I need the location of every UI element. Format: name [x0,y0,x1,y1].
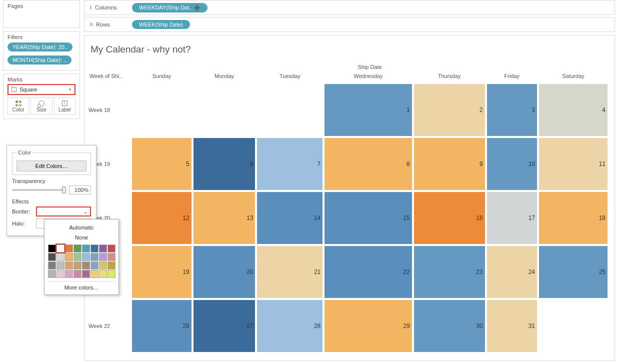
marks-size-button[interactable]: Size [30,98,52,114]
label-icon: T [62,100,68,106]
calendar-cell[interactable]: 15 [324,191,412,245]
chevron-down-icon: ⌄ [84,209,88,214]
color-swatch[interactable] [108,270,116,278]
filter-pill[interactable]: YEAR(Ship Date): 20.. [8,42,72,52]
color-swatch[interactable] [56,244,64,252]
color-swatch[interactable] [90,244,98,252]
column-header: Saturday [538,72,608,83]
color-swatch[interactable] [108,253,116,261]
calendar-cell[interactable]: 19 [131,245,192,299]
calendar-cell[interactable]: 10 [486,137,538,191]
color-swatch[interactable] [90,262,98,270]
calendar-cell[interactable]: 31 [486,299,538,353]
calendar-cell[interactable]: 13 [192,191,256,245]
calendar-cell[interactable]: 20 [192,245,256,299]
calendar-cell[interactable]: 24 [486,245,538,299]
transparency-slider[interactable] [12,189,66,191]
color-swatch[interactable] [74,262,82,270]
calendar-cell[interactable] [131,83,192,137]
calendar-cell[interactable]: 27 [192,299,256,353]
color-swatch[interactable] [56,270,64,278]
calendar-cell[interactable]: 16 [413,191,486,245]
color-swatch[interactable] [48,270,56,278]
color-swatch[interactable] [74,244,82,252]
calendar-cell[interactable]: 9 [413,137,486,191]
calendar-cell[interactable]: 1 [324,83,412,137]
color-swatch[interactable] [99,244,107,252]
sheet-title[interactable]: My Calendar - why not? [90,44,608,55]
calendar-cell[interactable]: 21 [256,245,324,299]
calendar-cell[interactable]: 22 [324,245,412,299]
column-header: Sunday [131,72,192,83]
calendar-cell[interactable]: 3 [486,83,538,137]
calendar-cell[interactable]: 30 [413,299,486,353]
calendar-cell[interactable]: 23 [413,245,486,299]
calendar-cell[interactable]: 18 [538,191,608,245]
columns-pill[interactable]: WEEKDAY(Ship Dat.. ➕ [132,3,208,12]
color-swatch[interactable] [74,253,82,261]
edit-colors-button[interactable]: Edit Colors… [16,160,86,172]
columns-icon: ⦀ [90,4,92,11]
color-swatch[interactable] [65,253,73,261]
calendar-cell[interactable]: 8 [324,137,412,191]
color-swatch[interactable] [108,262,116,270]
calendar-cell[interactable]: 7 [256,137,324,191]
row-header-label: Week of Shi.. [88,72,131,83]
calendar-cell[interactable]: 28 [256,299,324,353]
calendar-cell[interactable]: 12 [131,191,192,245]
rows-pill[interactable]: WEEK(Ship Date) [132,20,190,29]
color-swatch[interactable] [82,244,90,252]
mark-type-dropdown[interactable]: Square ▾ [8,84,76,95]
color-swatch[interactable] [99,262,107,270]
color-swatch[interactable] [74,270,82,278]
chevron-down-icon: ▾ [69,87,72,92]
calendar-cell[interactable]: 4 [538,83,608,137]
color-swatch[interactable] [108,244,116,252]
square-icon [12,87,16,92]
color-swatch[interactable] [65,262,73,270]
transparency-value[interactable]: 100% [69,186,91,194]
color-swatch[interactable] [65,244,73,252]
color-swatch[interactable] [48,253,56,261]
marks-label-button[interactable]: T Label [54,98,76,114]
color-swatch[interactable] [99,253,107,261]
calendar-cell[interactable] [192,83,256,137]
color-swatch[interactable] [56,262,64,270]
border-none-option[interactable]: None [48,232,116,242]
filters-shelf-label: Filters [8,34,76,42]
color-swatch[interactable] [48,244,56,252]
color-swatch[interactable] [82,253,90,261]
color-swatch[interactable] [48,262,56,270]
color-swatch[interactable] [65,270,73,278]
color-swatch[interactable] [82,270,90,278]
calendar-cell[interactable]: 25 [538,245,608,299]
columns-shelf[interactable]: ⦀Columns WEEKDAY(Ship Dat.. ➕ [84,0,615,15]
filter-pill[interactable]: MONTH(Ship Date): .. [8,56,72,64]
border-dropdown[interactable]: ⌄ [36,206,91,216]
border-label: Border: [12,208,33,214]
calendar-cell[interactable]: 17 [486,191,538,245]
calendar-cell[interactable] [256,83,324,137]
color-swatch[interactable] [82,262,90,270]
calendar-cell[interactable]: 26 [131,299,192,353]
calendar-cell[interactable]: 11 [538,137,608,191]
slider-knob[interactable] [62,186,66,194]
marks-color-button[interactable]: Color [8,98,29,114]
calendar-cell[interactable]: 14 [256,191,324,245]
rows-icon: ≡ [90,21,93,28]
color-swatch[interactable] [99,270,107,278]
marks-card-label: Marks [8,76,76,84]
color-swatch[interactable] [90,253,98,261]
halo-label: Halo: [12,220,33,226]
effects-label: Effects [12,198,91,204]
more-colors-option[interactable]: More colors… [48,281,116,290]
calendar-cell[interactable]: 2 [413,83,486,137]
calendar-cell[interactable] [538,299,608,353]
color-swatch[interactable] [90,270,98,278]
calendar-cell[interactable]: 5 [131,137,192,191]
color-swatch[interactable] [56,253,64,261]
calendar-cell[interactable]: 29 [324,299,412,353]
calendar-cell[interactable]: 6 [192,137,256,191]
border-automatic-option[interactable]: Automatic [48,222,116,232]
rows-shelf[interactable]: ≡Rows WEEK(Ship Date) [84,17,615,32]
